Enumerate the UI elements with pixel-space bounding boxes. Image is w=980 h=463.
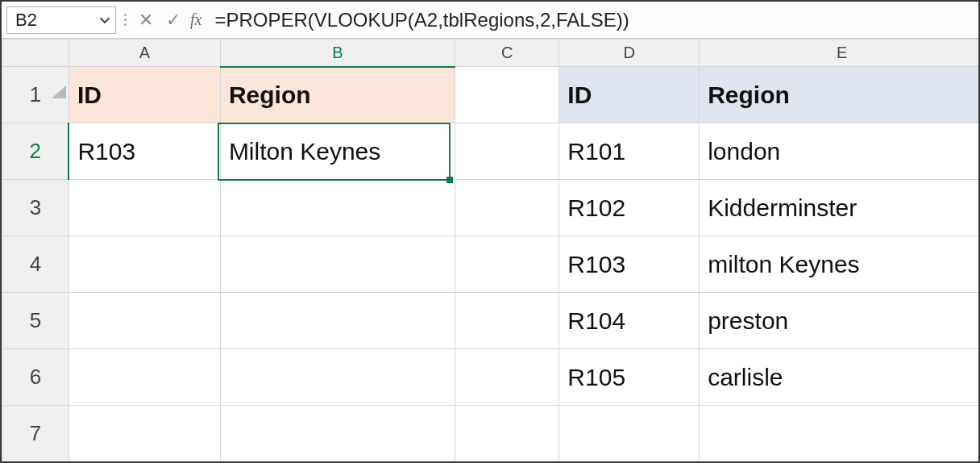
row-5: 5 R104 preston [2, 293, 979, 349]
cell-D2[interactable]: R101 [559, 123, 700, 180]
cell-C2[interactable] [455, 123, 559, 180]
row-header-7[interactable]: 7 [2, 406, 69, 462]
cell-C3[interactable] [455, 180, 559, 236]
cell-B3[interactable] [220, 180, 455, 236]
cell-D5[interactable]: R104 [559, 293, 700, 349]
cell-D1[interactable]: ID [559, 67, 700, 123]
cell-A6[interactable] [69, 349, 220, 406]
col-header-B[interactable]: B [220, 40, 455, 67]
fx-label: fx [190, 10, 201, 28]
cell-A5[interactable] [69, 293, 220, 349]
grid: A B C D E 1 ID Region ID Region 2 [2, 39, 978, 461]
cell-B2[interactable]: Milton Keynes [220, 123, 455, 180]
enter-button[interactable]: ✓ [161, 8, 185, 32]
check-icon: ✓ [166, 10, 181, 31]
fx-button[interactable]: fx [189, 10, 206, 29]
cell-D4[interactable]: R103 [559, 236, 700, 293]
row-6: 6 R105 carlisle [2, 349, 979, 406]
cell-E5[interactable]: preston [700, 293, 978, 349]
x-icon: ✕ [139, 10, 153, 31]
col-header-E[interactable]: E [700, 40, 978, 67]
cell-D6[interactable]: R105 [559, 349, 700, 406]
cell-B4[interactable] [220, 236, 455, 293]
cell-A4[interactable] [69, 236, 220, 293]
cell-C1[interactable] [455, 67, 559, 123]
cell-C5[interactable] [455, 293, 559, 349]
cell-E4[interactable]: milton Keynes [700, 236, 978, 293]
row-2: 2 R103 Milton Keynes R101 london [2, 123, 979, 180]
excel-window: B2 ✕ ✓ fx =PROPER(VLOOKUP(A2,tblRegions,… [0, 0, 980, 463]
row-7: 7 [2, 406, 979, 462]
col-header-D[interactable]: D [559, 40, 700, 67]
row-header-5[interactable]: 5 [2, 293, 69, 349]
col-header-A[interactable]: A [69, 40, 220, 67]
corner-cell[interactable] [2, 40, 69, 67]
cell-C6[interactable] [455, 349, 559, 406]
row-header-2[interactable]: 2 [2, 123, 69, 180]
worksheet[interactable]: A B C D E 1 ID Region ID Region 2 [2, 39, 978, 461]
cancel-button[interactable]: ✕ [134, 8, 158, 32]
row-3: 3 R102 Kidderminster [2, 180, 979, 236]
cell-E1[interactable]: Region [700, 67, 978, 123]
cell-C7[interactable] [455, 406, 559, 462]
cell-E3[interactable]: Kidderminster [700, 180, 978, 236]
cell-B1[interactable]: Region [220, 67, 455, 123]
formula-bar: B2 ✕ ✓ fx =PROPER(VLOOKUP(A2,tblRegions,… [2, 2, 978, 39]
cell-A1[interactable]: ID [69, 67, 220, 123]
cell-E6[interactable]: carlisle [700, 349, 978, 406]
row-header-3[interactable]: 3 [2, 180, 69, 236]
cell-B7[interactable] [220, 406, 455, 462]
cell-A7[interactable] [69, 406, 220, 462]
col-header-C[interactable]: C [455, 40, 559, 67]
cell-B6[interactable] [220, 349, 455, 406]
cell-A3[interactable] [69, 180, 220, 236]
formula-text: =PROPER(VLOOKUP(A2,tblRegions,2,FALSE)) [214, 9, 629, 31]
cell-A2[interactable]: R103 [69, 123, 220, 180]
name-box[interactable]: B2 [6, 6, 116, 34]
column-header-row: A B C D E [2, 40, 979, 67]
separator-dots [119, 14, 131, 26]
cell-C4[interactable] [455, 236, 559, 293]
cell-B5[interactable] [220, 293, 455, 349]
row-header-1[interactable]: 1 [2, 67, 69, 123]
cell-D3[interactable]: R102 [559, 180, 700, 236]
chevron-down-icon [99, 15, 110, 26]
formula-input[interactable]: =PROPER(VLOOKUP(A2,tblRegions,2,FALSE)) [210, 6, 974, 34]
row-4: 4 R103 milton Keynes [2, 236, 979, 293]
row-1: 1 ID Region ID Region [2, 67, 979, 123]
cell-E2[interactable]: london [700, 123, 978, 180]
cell-E7[interactable] [700, 406, 978, 462]
name-box-value: B2 [15, 10, 37, 31]
cell-D7[interactable] [559, 406, 700, 462]
row-header-4[interactable]: 4 [2, 236, 69, 293]
row-header-6[interactable]: 6 [2, 349, 69, 406]
